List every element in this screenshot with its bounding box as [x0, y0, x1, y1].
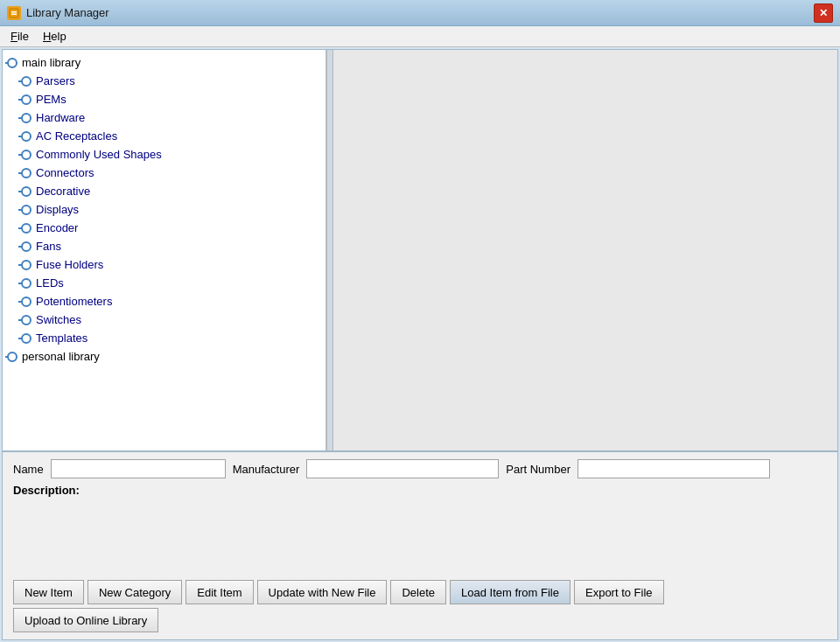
- second-buttons-row: Upload to Online Library: [13, 608, 827, 632]
- tree-item-switches[interactable]: Switches: [3, 311, 326, 329]
- svg-rect-1: [11, 11, 17, 13]
- manufacturer-label: Manufacturer: [233, 463, 300, 476]
- svg-rect-0: [10, 9, 18, 17]
- child-node-icon: [20, 149, 32, 161]
- menu-file[interactable]: File: [4, 28, 36, 45]
- tree-item-leds[interactable]: LEDs: [3, 274, 326, 292]
- child-node-icon: [20, 259, 32, 271]
- root-node-icon: [6, 351, 18, 363]
- tree-item-label: Connectors: [36, 166, 94, 179]
- tree-item-parsers[interactable]: Parsers: [3, 72, 326, 90]
- tree-item-commonly-used-shapes[interactable]: Commonly Used Shapes: [3, 145, 326, 164]
- tree-item-encoder[interactable]: Encoder: [3, 219, 326, 237]
- update-with-new-file-button[interactable]: Update with New File: [257, 580, 388, 604]
- tree-item-hardware[interactable]: Hardware: [3, 108, 326, 127]
- tree-root-main[interactable]: main library: [3, 53, 326, 72]
- child-node-icon: [20, 204, 32, 216]
- tree-root-personal-label: personal library: [22, 350, 100, 363]
- part-number-label: Part Number: [506, 463, 570, 476]
- child-node-icon: [20, 314, 32, 326]
- child-node-icon: [20, 277, 32, 290]
- tree-item-label: PEMs: [36, 93, 66, 106]
- tree-item-label: Switches: [36, 313, 81, 326]
- menu-bar: File Help: [0, 26, 840, 47]
- part-number-input[interactable]: [578, 459, 770, 478]
- root-node-icon: [6, 57, 18, 69]
- new-item-button[interactable]: New Item: [13, 580, 84, 604]
- bottom-pane: Name Manufacturer Part Number Descriptio…: [3, 452, 837, 639]
- tree-item-fuse-holders[interactable]: Fuse Holders: [3, 255, 326, 274]
- tree-pane[interactable]: main library Parsers PEMs Hardware: [3, 50, 326, 450]
- title-bar-left: Library Manager: [7, 6, 109, 20]
- main-content: main library Parsers PEMs Hardware: [2, 49, 838, 640]
- child-node-icon: [20, 241, 32, 253]
- edit-item-button[interactable]: Edit Item: [186, 580, 253, 604]
- close-button[interactable]: ✕: [814, 3, 833, 23]
- tree-item-ac-receptacles[interactable]: AC Receptacles: [3, 127, 326, 145]
- child-node-icon: [20, 130, 32, 143]
- tree-root-personal[interactable]: personal library: [3, 347, 326, 366]
- tree-item-label: Parsers: [36, 74, 75, 87]
- tree-item-label: Hardware: [36, 111, 85, 124]
- tree-root-main-label: main library: [22, 56, 80, 69]
- svg-rect-2: [11, 13, 17, 15]
- tree-item-pems[interactable]: PEMs: [3, 90, 326, 108]
- tree-item-fans[interactable]: Fans: [3, 237, 326, 255]
- child-node-icon: [20, 167, 32, 179]
- tree-item-label: AC Receptacles: [36, 129, 117, 143]
- manufacturer-input[interactable]: [306, 459, 499, 478]
- tree-item-label: Fuse Holders: [36, 258, 103, 271]
- tree-item-connectors[interactable]: Connectors: [3, 164, 326, 182]
- action-buttons-row: New Item New Category Edit Item Update w…: [13, 580, 827, 604]
- tree-item-label: Potentiometers: [36, 295, 112, 308]
- description-textarea[interactable]: [13, 500, 827, 570]
- child-node-icon: [20, 75, 32, 87]
- tree-item-displays[interactable]: Displays: [3, 200, 326, 219]
- description-label: Description:: [13, 484, 827, 497]
- name-input[interactable]: [51, 459, 226, 478]
- tree-item-label: Displays: [36, 203, 79, 216]
- tree-item-label: Commonly Used Shapes: [36, 148, 162, 161]
- detail-pane: [333, 50, 837, 450]
- tree-item-potentiometers[interactable]: Potentiometers: [3, 292, 326, 311]
- window-title: Library Manager: [26, 6, 109, 19]
- upload-to-online-library-button[interactable]: Upload to Online Library: [13, 608, 158, 632]
- load-item-from-file-button[interactable]: Load Item from File: [450, 580, 570, 604]
- tree-item-label: Decorative: [36, 185, 90, 198]
- tree-item-label: Templates: [36, 331, 88, 345]
- tree-item-label: Encoder: [36, 221, 78, 234]
- child-node-icon: [20, 296, 32, 308]
- tree-item-label: LEDs: [36, 276, 64, 290]
- child-node-icon: [20, 222, 32, 234]
- fields-row: Name Manufacturer Part Number: [13, 459, 827, 478]
- tree-item-decorative[interactable]: Decorative: [3, 182, 326, 200]
- delete-button[interactable]: Delete: [390, 580, 446, 604]
- export-to-file-button[interactable]: Export to File: [574, 580, 664, 604]
- top-pane: main library Parsers PEMs Hardware: [3, 50, 837, 452]
- title-bar: Library Manager ✕: [0, 0, 840, 26]
- child-node-icon: [20, 185, 32, 198]
- new-category-button[interactable]: New Category: [88, 580, 182, 604]
- tree-item-templates[interactable]: Templates: [3, 329, 326, 347]
- pane-splitter[interactable]: [326, 50, 333, 450]
- child-node-icon: [20, 332, 32, 345]
- menu-help[interactable]: Help: [36, 28, 74, 45]
- child-node-icon: [20, 112, 32, 124]
- child-node-icon: [20, 94, 32, 106]
- app-icon: [7, 6, 21, 20]
- name-label: Name: [13, 463, 44, 476]
- tree-item-label: Fans: [36, 240, 61, 253]
